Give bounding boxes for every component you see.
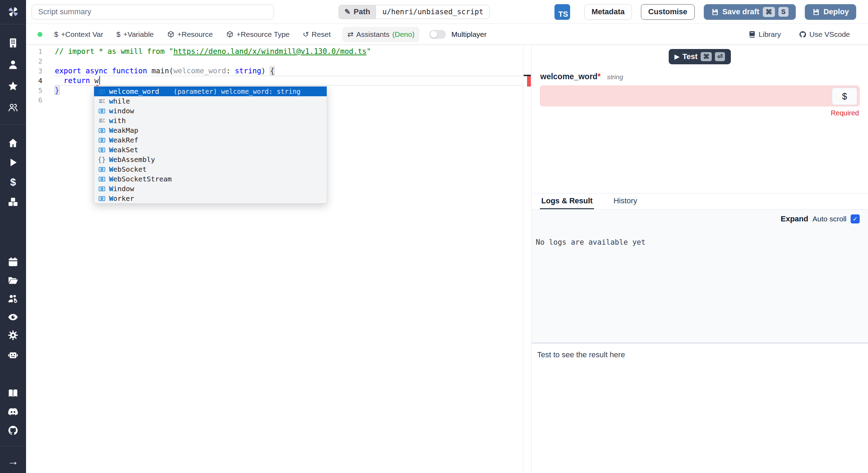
expand-button[interactable]: Expand: [781, 214, 808, 223]
argument-name: welcome_word: [540, 72, 598, 81]
edit-path-button[interactable]: ✎ Path: [339, 5, 376, 19]
customise-button[interactable]: Customise: [641, 4, 694, 20]
script-path-value[interactable]: u/henri/unbiased_script: [376, 5, 490, 19]
groups-admin-icon[interactable]: [7, 292, 19, 305]
add-context-var-button[interactable]: $ +Context Var: [53, 28, 105, 41]
autocomplete-item[interactable]: window: [94, 106, 327, 116]
code-line[interactable]: [55, 56, 523, 66]
autocomplete-item[interactable]: Worker: [94, 194, 327, 203]
code-token: export: [55, 67, 81, 75]
autocomplete-item[interactable]: while: [94, 96, 327, 106]
discord-icon[interactable]: [7, 405, 19, 418]
cube-icon: [167, 31, 175, 38]
code-editor[interactable]: 123456 // import * as wmill from "https:…: [26, 45, 531, 473]
tab-logs-and-result[interactable]: Logs & Result: [540, 194, 594, 209]
assistants-sync-icon: ⇄: [347, 30, 353, 39]
assistants-label: Assistants: [356, 30, 390, 39]
variable-icon: [97, 107, 107, 115]
cube-icon: [226, 31, 234, 38]
code-token: [266, 67, 270, 75]
welcome-word-input[interactable]: $: [540, 85, 860, 106]
test-args-section: ▶ Test ⌘ ⏎ welcome_word* string $ Requir…: [532, 45, 868, 193]
metadata-button[interactable]: Metadata: [584, 4, 632, 20]
toolbar-right: Library Use VScode: [747, 28, 868, 41]
code-line[interactable]: // import * as wmill from "https://deno.…: [55, 47, 523, 56]
kbd-s: S: [778, 7, 788, 17]
autocomplete-item[interactable]: welcome_word(parameter) welcome_word: st…: [94, 87, 327, 96]
main-area: ✎ Path u/henri/unbiased_script TS Metada…: [26, 0, 868, 473]
text-cursor: [99, 76, 100, 84]
code-line[interactable]: export async function main(welcome_word:…: [55, 66, 523, 76]
save-draft-label: Save draft: [723, 7, 759, 16]
workers-robot-icon[interactable]: [7, 348, 19, 361]
home-icon[interactable]: [7, 137, 19, 149]
snippet-icon: [97, 117, 107, 124]
autocomplete-item[interactable]: WeakRef: [94, 135, 327, 145]
reset-button[interactable]: ↺ Reset: [301, 28, 332, 41]
autocomplete-label: welcome_word: [109, 87, 159, 96]
deploy-button[interactable]: Deploy: [805, 4, 856, 20]
editor-toolbar: $ +Context Var $ +Variable +Resource +Re…: [26, 24, 868, 45]
autocomplete-item[interactable]: WebSocketStream: [94, 174, 327, 184]
deploy-label: Deploy: [824, 7, 849, 16]
overview-error-marker: [527, 76, 531, 87]
autocomplete-label: WeakRef: [109, 136, 138, 144]
workspace-building-icon[interactable]: [7, 36, 19, 49]
code-token: function: [112, 67, 147, 75]
tab-history[interactable]: History: [612, 194, 639, 209]
user-group-icon[interactable]: [7, 101, 19, 114]
autocomplete-item[interactable]: Window: [94, 184, 327, 194]
add-resource-label: +Resource: [177, 30, 213, 39]
autocomplete-item[interactable]: {}WebAssembly: [94, 155, 327, 164]
autocomplete-label: WebAssembly: [109, 155, 155, 164]
code-line[interactable]: return w: [55, 76, 523, 85]
windmill-logo[interactable]: [0, 4, 26, 19]
save-draft-button[interactable]: Save draft ⌘ S: [704, 4, 796, 20]
reset-label: Reset: [312, 30, 331, 39]
user-icon[interactable]: [7, 58, 19, 71]
runs-play-icon[interactable]: [7, 156, 19, 169]
autoscroll-checkbox[interactable]: ✓: [851, 214, 860, 223]
insert-variable-button[interactable]: $: [832, 88, 857, 105]
autocomplete-label: with: [109, 116, 126, 125]
use-vscode-button[interactable]: Use VScode: [798, 28, 851, 41]
autocomplete-item[interactable]: WeakSet: [94, 145, 327, 155]
variable-icon: [97, 127, 107, 134]
script-summary-input[interactable]: [32, 5, 274, 19]
collapse-arrow-icon[interactable]: →: [7, 455, 19, 467]
favorites-star-icon[interactable]: [7, 80, 19, 92]
multiplayer-toggle[interactable]: [429, 30, 446, 39]
multiplayer-label: Multiplayer: [451, 30, 487, 39]
variable-icon: [97, 166, 107, 173]
code-token: {: [270, 67, 275, 75]
schedules-calendar-icon[interactable]: [7, 255, 19, 268]
library-button[interactable]: Library: [747, 28, 782, 41]
no-logs-message: No logs are available yet: [536, 238, 863, 246]
autocomplete-item[interactable]: with: [94, 116, 327, 125]
add-resource-type-button[interactable]: +Resource Type: [225, 28, 291, 41]
github-icon: [799, 31, 807, 38]
autocomplete-label: window: [109, 107, 134, 115]
test-button[interactable]: ▶ Test ⌘ ⏎: [669, 49, 731, 64]
code-token: w: [94, 76, 99, 85]
resources-cubes-icon[interactable]: [7, 195, 19, 208]
pencil-icon: ✎: [344, 8, 351, 16]
add-variable-button[interactable]: $ +Variable: [115, 28, 155, 41]
line-number: 6: [26, 95, 55, 105]
windmill-script-editor: $→ ✎ Path u/henri/unbiased_script TS Met…: [0, 0, 868, 473]
folders-icon[interactable]: [7, 274, 19, 287]
assistants-button[interactable]: ⇄ Assistants (Deno): [342, 27, 419, 42]
docs-book-icon[interactable]: [7, 387, 19, 400]
typescript-language-badge: TS: [554, 4, 570, 20]
sidebar-divider: [0, 124, 26, 125]
variables-dollar-icon[interactable]: $: [7, 176, 19, 188]
github-icon[interactable]: [7, 424, 19, 437]
audit-eye-icon[interactable]: [7, 311, 19, 324]
settings-gear-icon[interactable]: [7, 329, 19, 342]
code-token: ): [261, 67, 266, 75]
sidebar: $→: [0, 0, 26, 473]
autocomplete-item[interactable]: WebSocket: [94, 164, 327, 174]
autocomplete-item[interactable]: WeakMap: [94, 125, 327, 135]
add-resource-button[interactable]: +Resource: [166, 28, 214, 41]
argument-label: welcome_word* string: [540, 72, 868, 81]
